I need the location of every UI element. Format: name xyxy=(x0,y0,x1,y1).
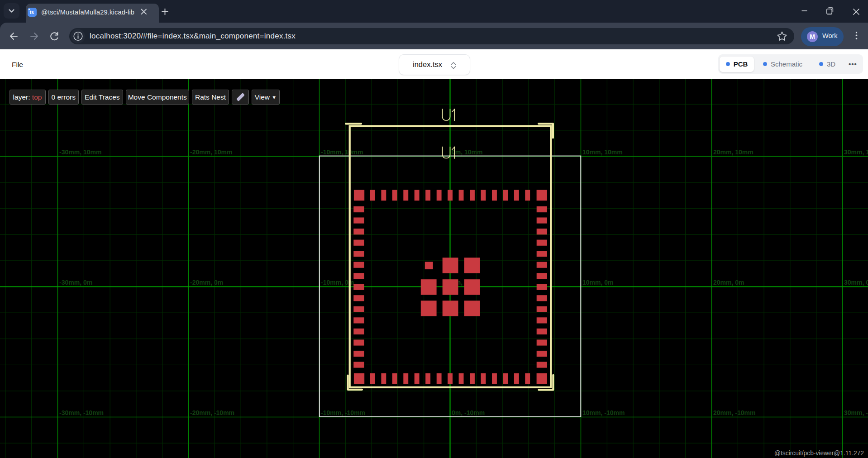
svg-text:-20mm, -10mm: -20mm, -10mm xyxy=(190,409,234,416)
svg-text:0m, 10mm: 0m, 10mm xyxy=(452,148,482,156)
svg-text:-20mm, 0m: -20mm, 0m xyxy=(190,279,223,286)
svg-text:20mm, -10mm: 20mm, -10mm xyxy=(713,409,755,416)
svg-text:10mm, -10mm: 10mm, -10mm xyxy=(582,409,625,416)
svg-text:20mm, 10mm: 20mm, 10mm xyxy=(713,148,754,156)
svg-text:-30mm, 10mm: -30mm, 10mm xyxy=(59,148,101,156)
svg-text:30mm, 10mm: 30mm, 10mm xyxy=(844,148,868,156)
svg-text:-30mm, -10mm: -30mm, -10mm xyxy=(59,409,104,416)
svg-text:20mm, 0m: 20mm, 0m xyxy=(713,279,744,286)
svg-text:-30mm, 0m: -30mm, 0m xyxy=(59,279,92,286)
svg-text:10mm, 10mm: 10mm, 10mm xyxy=(582,148,623,156)
svg-text:0m, -10mm: 0m, -10mm xyxy=(452,409,485,416)
svg-text:30mm, -10mm: 30mm, -10mm xyxy=(844,409,868,416)
svg-text:-20mm, 10mm: -20mm, 10mm xyxy=(190,148,232,156)
svg-text:10mm, 0m: 10mm, 0m xyxy=(582,279,613,286)
svg-text:-10mm, 10mm: -10mm, 10mm xyxy=(321,148,363,156)
svg-text:30mm, 0m: 30mm, 0m xyxy=(844,279,868,286)
svg-text:-10mm, -10mm: -10mm, -10mm xyxy=(321,409,365,416)
